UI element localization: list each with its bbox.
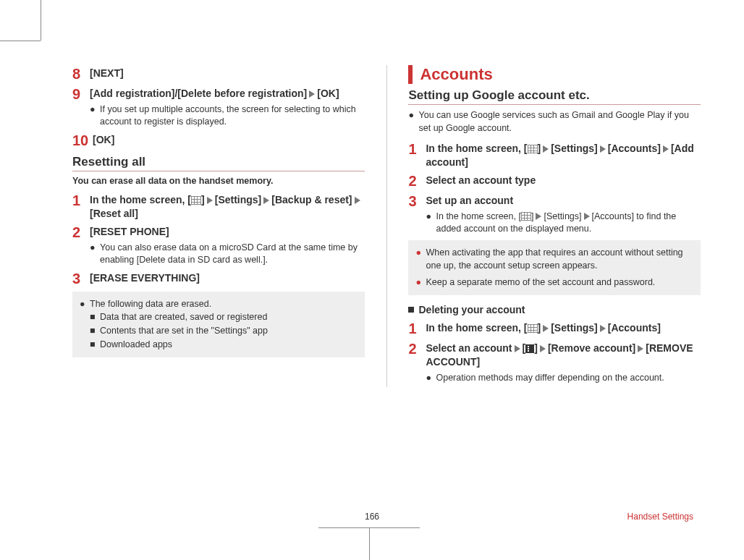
delete-step-2: 2 Select an account[][Remove account][RE… bbox=[408, 340, 701, 384]
reset-step-3: 3 [ERASE EVERYTHING] bbox=[72, 270, 365, 287]
square-bullet-icon: ■ bbox=[90, 324, 100, 338]
account-step-3: 3 Set up an account ● In the home screen… bbox=[408, 192, 701, 236]
apps-grid-icon bbox=[528, 145, 538, 153]
info-box-account-tips: ●When activating the app that requires a… bbox=[408, 240, 701, 295]
step-number: 1 bbox=[408, 320, 426, 337]
triangle-icon bbox=[584, 213, 590, 220]
step-title: Select an account type bbox=[426, 174, 701, 187]
step-10: 10 [OK] bbox=[72, 132, 365, 149]
triangle-icon bbox=[309, 90, 315, 98]
step-note: ● If you set up multiple accounts, the s… bbox=[90, 103, 365, 129]
intro-text: ● You can use Google services such as Gm… bbox=[408, 109, 701, 135]
step-9: 9 [Add registration]/[Delete before regi… bbox=[72, 85, 365, 129]
step-note: ● In the home screen, [][Settings][Accou… bbox=[426, 211, 701, 236]
bullet-icon: ● bbox=[415, 246, 426, 273]
triangle-icon bbox=[355, 197, 360, 204]
bullet-icon: ● bbox=[408, 109, 418, 135]
footer-section-label: Handset Settings bbox=[627, 512, 693, 522]
step-note: ● You can also erase data on a microSD C… bbox=[90, 242, 365, 267]
subheading-deleting-account: Deleting your account bbox=[408, 304, 701, 315]
step-note: ● Operation methods may differ depending… bbox=[426, 372, 701, 385]
menu-icon bbox=[525, 344, 534, 353]
step-number: 2 bbox=[72, 224, 90, 241]
bullet-icon: ● bbox=[90, 242, 100, 267]
step-title: [OK] bbox=[93, 133, 365, 147]
bullet-icon: ● bbox=[426, 211, 436, 236]
triangle-icon bbox=[540, 345, 546, 352]
triangle-icon bbox=[600, 325, 606, 332]
page-content: 8 [NEXT] 9 [Add registration]/[Delete be… bbox=[0, 0, 744, 416]
triangle-icon bbox=[207, 197, 213, 204]
step-title: [ERASE EVERYTHING] bbox=[90, 271, 365, 285]
square-bullet-icon: ■ bbox=[90, 338, 100, 352]
step-number: 1 bbox=[72, 192, 90, 209]
account-step-1: 1 In the home screen, [][Settings][Accou… bbox=[408, 140, 701, 169]
step-title: [Add registration]/[Delete before regist… bbox=[90, 87, 365, 101]
triangle-icon bbox=[263, 197, 269, 204]
section-title-accounts: Accounts bbox=[408, 65, 701, 84]
triangle-icon bbox=[543, 145, 549, 153]
square-bullet-icon: ■ bbox=[90, 310, 100, 324]
step-number: 2 bbox=[408, 340, 426, 357]
step-number: 3 bbox=[408, 192, 426, 210]
page-number: 166 bbox=[365, 512, 379, 522]
triangle-icon bbox=[600, 145, 606, 153]
triangle-icon bbox=[536, 213, 541, 220]
step-title: Set up an account bbox=[426, 194, 701, 208]
triangle-icon bbox=[543, 325, 549, 332]
step-number: 2 bbox=[408, 172, 426, 190]
crop-mark bbox=[369, 528, 370, 560]
bullet-icon: ● bbox=[426, 372, 436, 385]
step-title: [RESET PHONE] bbox=[90, 225, 365, 239]
step-8: 8 [NEXT] bbox=[72, 65, 365, 82]
square-bullet-icon bbox=[408, 307, 414, 313]
step-title: [NEXT] bbox=[90, 67, 365, 80]
reset-step-1: 1 In the home screen, [][Settings][Backu… bbox=[72, 192, 365, 221]
bullet-icon: ● bbox=[415, 276, 426, 289]
info-box-erased-data: ●The following data are erased. ■Data th… bbox=[72, 292, 365, 357]
step-number: 3 bbox=[72, 270, 90, 287]
crop-mark bbox=[41, 0, 41, 41]
step-title: In the home screen, [][Settings][Account… bbox=[426, 321, 701, 335]
bullet-icon: ● bbox=[80, 297, 90, 311]
crop-mark bbox=[0, 41, 41, 41]
bullet-icon: ● bbox=[90, 103, 100, 129]
account-step-2: 2 Select an account type bbox=[408, 172, 701, 190]
column-divider bbox=[386, 65, 387, 387]
step-title: Select an account[][Remove account][REMO… bbox=[426, 341, 701, 369]
crop-mark bbox=[318, 527, 420, 528]
left-column: 8 [NEXT] 9 [Add registration]/[Delete be… bbox=[72, 65, 365, 387]
step-number: 10 bbox=[72, 132, 93, 149]
reset-step-2: 2 [RESET PHONE] ● You can also erase dat… bbox=[72, 224, 365, 267]
apps-grid-icon bbox=[528, 324, 538, 333]
apps-grid-icon bbox=[191, 196, 201, 205]
step-title: In the home screen, [][Settings][Account… bbox=[426, 142, 701, 169]
triangle-icon bbox=[663, 145, 669, 153]
step-number: 9 bbox=[72, 85, 90, 103]
triangle-icon bbox=[515, 345, 520, 352]
heading-setup-google: Setting up Google account etc. bbox=[408, 88, 701, 105]
intro-text: You can erase all data on the handset me… bbox=[72, 176, 365, 186]
apps-grid-icon bbox=[521, 212, 531, 221]
step-number: 1 bbox=[408, 140, 426, 158]
right-column: Accounts Setting up Google account etc. … bbox=[408, 65, 701, 387]
triangle-icon bbox=[638, 345, 643, 352]
step-number: 8 bbox=[72, 65, 90, 82]
delete-step-1: 1 In the home screen, [][Settings][Accou… bbox=[408, 320, 701, 337]
heading-resetting-all: Resetting all bbox=[72, 155, 365, 171]
step-title: In the home screen, [][Settings][Backup … bbox=[90, 193, 365, 221]
